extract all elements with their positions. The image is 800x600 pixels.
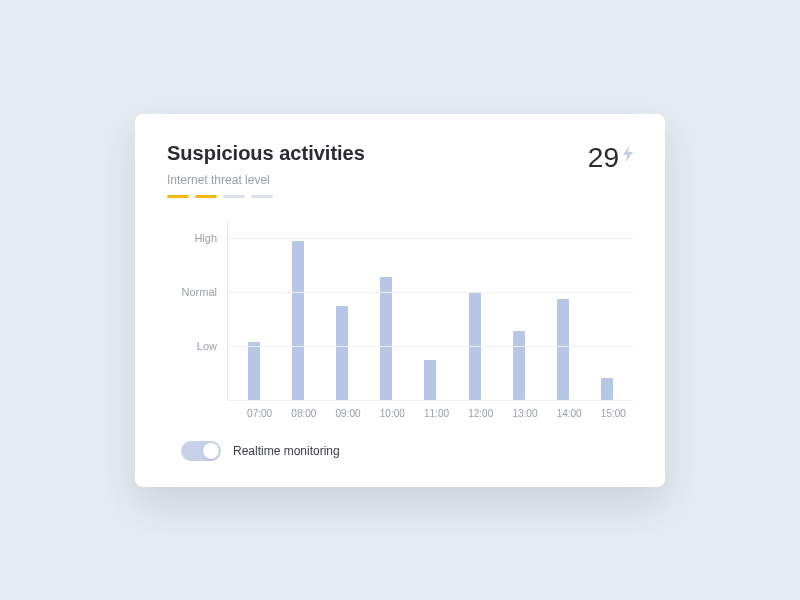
- x-tick-label: 14:00: [557, 408, 569, 419]
- x-tick-label: 12:00: [468, 408, 480, 419]
- threat-segment: [251, 195, 273, 198]
- chart-bar: [336, 306, 348, 400]
- card-footer: Realtime monitoring: [181, 441, 633, 461]
- y-tick-label: Normal: [182, 286, 217, 298]
- x-tick-label: 13:00: [512, 408, 524, 419]
- gridline: [228, 346, 633, 347]
- toggle-label: Realtime monitoring: [233, 444, 340, 458]
- chart-bar: [424, 360, 436, 400]
- chart-bar: [557, 299, 569, 400]
- titles: Suspicious activities Internet threat le…: [167, 142, 365, 198]
- chart-plot: [227, 220, 633, 400]
- activity-chart: HighNormalLow: [167, 220, 633, 400]
- x-tick-label: 10:00: [380, 408, 392, 419]
- chart-bar: [380, 277, 392, 399]
- threat-level-indicator: [167, 195, 365, 198]
- y-tick-label: Low: [197, 340, 217, 352]
- x-tick-label: 09:00: [336, 408, 348, 419]
- gridline: [228, 238, 633, 239]
- threat-segment: [195, 195, 217, 198]
- x-axis-labels: 07:0008:0009:0010:0011:0012:0013:0014:00…: [227, 408, 633, 419]
- activity-card: Suspicious activities Internet threat le…: [135, 114, 665, 487]
- card-header: Suspicious activities Internet threat le…: [167, 142, 633, 198]
- gridline: [228, 292, 633, 293]
- x-tick-label: 11:00: [424, 408, 436, 419]
- threat-segment: [223, 195, 245, 198]
- count-wrap: 29: [588, 142, 633, 174]
- x-tick-label: 08:00: [291, 408, 303, 419]
- y-tick-label: High: [194, 232, 217, 244]
- y-axis-labels: HighNormalLow: [167, 220, 227, 400]
- x-tick-label: 15:00: [601, 408, 613, 419]
- x-tick-label: 07:00: [247, 408, 259, 419]
- threat-segment: [167, 195, 189, 198]
- card-title: Suspicious activities: [167, 142, 365, 165]
- chart-bar: [513, 331, 525, 399]
- card-subtitle: Internet threat level: [167, 173, 365, 187]
- realtime-toggle[interactable]: [181, 441, 221, 461]
- chart-bar: [601, 378, 613, 400]
- chart-bar: [248, 342, 260, 400]
- chart-bars: [228, 220, 633, 400]
- gridline: [228, 400, 633, 401]
- toggle-knob: [203, 443, 219, 459]
- chart-bar: [292, 241, 304, 399]
- activity-count: 29: [588, 142, 619, 174]
- bolt-icon: [623, 146, 633, 162]
